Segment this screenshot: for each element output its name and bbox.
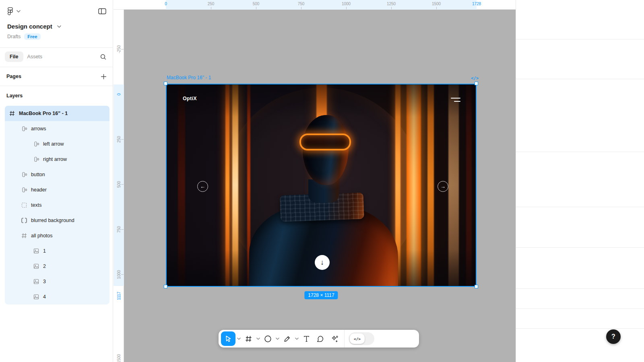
search-icon[interactable] <box>100 53 107 60</box>
pages-header: Pages <box>6 74 21 79</box>
auto-layout-icon <box>21 125 27 132</box>
dev-mode-icon: </> <box>350 333 365 344</box>
actions-tool-button[interactable] <box>327 331 342 346</box>
dev-mode-toggle[interactable]: </> <box>349 332 374 345</box>
frame-tool-button[interactable] <box>242 331 255 346</box>
layer-name: header <box>31 187 47 193</box>
layer-row-frame[interactable]: MacBook Pro 16" - 1 <box>5 106 109 121</box>
right-sidebar: Share Design Prototype 38% Frame </> Cop… <box>516 0 644 362</box>
add-page-icon[interactable] <box>100 73 107 80</box>
shape-tool-chevron-icon[interactable] <box>274 331 281 346</box>
layer-row[interactable]: texts <box>5 197 109 213</box>
image-icon <box>33 294 39 300</box>
frame-title-label[interactable]: MacBook Pro 16" - 1 <box>167 75 211 80</box>
selection-size-badge: 1728 × 1117 <box>304 291 338 299</box>
selection-handle-bottom-left[interactable] <box>164 285 167 288</box>
layer-name: all photos <box>31 233 53 239</box>
scroll-down-button: ↓ <box>315 255 330 270</box>
layer-name: button <box>31 172 45 177</box>
selection-handle-top-right[interactable] <box>475 82 478 85</box>
horizontal-ruler: 0 250 500 750 1000 1250 1500 1728 <box>114 0 516 10</box>
tab-assets[interactable]: Assets <box>27 54 43 60</box>
layer-name: arrows <box>31 126 46 132</box>
vertical-ruler: -250 0 250 500 750 1000 1117 1500 <box>114 10 124 362</box>
figma-logo-icon[interactable] <box>7 7 13 16</box>
layer-row[interactable]: arrows <box>5 121 109 136</box>
layer-row[interactable]: header <box>5 182 109 197</box>
main-menu-chevron-icon[interactable] <box>17 10 21 12</box>
image-icon <box>33 278 39 285</box>
selection-handle-top-left[interactable] <box>164 82 167 85</box>
layer-name: 4 <box>43 294 46 300</box>
pen-tool-chevron-icon[interactable] <box>293 331 300 346</box>
layer-row[interactable]: 2 <box>5 259 109 274</box>
hamburger-menu-icon <box>451 98 460 102</box>
group-icon <box>21 202 27 208</box>
frame-tool-chevron-icon[interactable] <box>255 331 261 346</box>
layers-header: Layers <box>6 93 23 99</box>
layer-row[interactable]: blurred background <box>5 213 109 228</box>
layer-row[interactable]: left arrow <box>5 136 109 152</box>
layers-tree: MacBook Pro 16" - 1 arrows left arrow ri… <box>5 106 109 304</box>
frame-icon <box>9 110 15 117</box>
layer-name: right arrow <box>43 156 67 162</box>
text-tool-button[interactable] <box>300 331 313 346</box>
bottom-toolbar: </> <box>219 330 419 348</box>
frame-icon <box>21 232 27 239</box>
layer-name: blurred background <box>31 218 74 223</box>
layer-row[interactable]: right arrow <box>5 152 109 167</box>
left-sidebar: Design concept Drafts Free File Assets P… <box>0 0 113 362</box>
layer-name: MacBook Pro 16" - 1 <box>19 111 68 116</box>
layer-name: 3 <box>43 279 46 284</box>
file-title[interactable]: Design concept <box>7 23 52 30</box>
carousel-left-arrow-button: ← <box>197 181 208 192</box>
design-frame[interactable]: OPTIX OPTIX OPTIX OPTIX OPTIX OPTIX OPTI… <box>167 84 476 286</box>
mask-icon <box>21 217 27 224</box>
image-icon <box>33 263 39 269</box>
auto-layout-icon <box>21 171 27 178</box>
auto-layout-icon <box>33 156 39 162</box>
move-tool-chevron-icon[interactable] <box>235 331 242 346</box>
collapse-sidebar-icon[interactable] <box>98 8 106 14</box>
canvas[interactable]: -250 0 250 500 750 1000 1117 1500 0 250 … <box>114 0 516 362</box>
site-logo: OptiX <box>183 96 197 101</box>
layer-row[interactable]: 3 <box>5 274 109 289</box>
shape-tool-button[interactable] <box>261 331 274 346</box>
layer-name: 2 <box>43 263 46 269</box>
breadcrumb-project[interactable]: Drafts <box>7 34 21 39</box>
toolbar-divider <box>344 330 345 348</box>
selection-handle-bottom-right[interactable] <box>475 285 478 288</box>
auto-layout-icon <box>21 187 27 193</box>
photo-neon-goggles <box>299 134 351 150</box>
layer-name: texts <box>31 202 41 208</box>
image-icon <box>33 248 39 254</box>
figma-app: Design concept Drafts Free File Assets P… <box>0 0 644 362</box>
help-button[interactable]: ? <box>606 329 621 344</box>
auto-layout-icon <box>33 141 39 147</box>
carousel-right-arrow-button: → <box>438 181 448 192</box>
layer-row[interactable]: 4 <box>5 289 109 304</box>
layer-row[interactable]: 1 <box>5 243 109 259</box>
layer-name: left arrow <box>43 141 64 147</box>
comment-tool-button[interactable] <box>313 331 327 346</box>
layer-row[interactable]: button <box>5 167 109 182</box>
layer-row[interactable]: all photos <box>5 228 109 243</box>
file-title-chevron-icon[interactable] <box>57 25 61 28</box>
plan-badge: Free <box>24 33 40 40</box>
frame-dev-mode-icon[interactable]: </> <box>471 76 479 80</box>
tab-file[interactable]: File <box>5 51 23 62</box>
layer-name: 1 <box>43 248 46 254</box>
move-tool-button[interactable] <box>221 331 235 346</box>
pen-tool-button[interactable] <box>281 331 293 346</box>
